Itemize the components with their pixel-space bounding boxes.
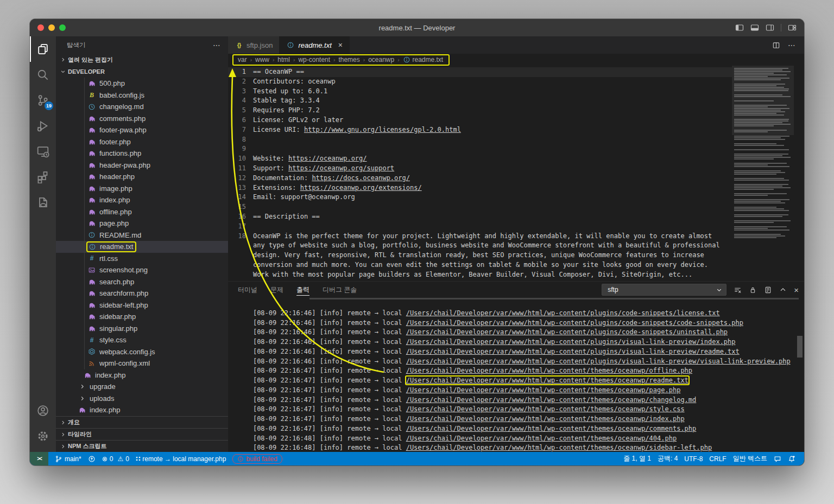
explorer-icon[interactable]: [30, 36, 56, 62]
breadcrumb-segment[interactable]: html: [277, 56, 290, 63]
file-tree-item[interactable]: comments.php: [56, 113, 228, 125]
panel-horizontal-scrollbar[interactable]: [309, 298, 799, 299]
file-tree-item[interactable]: page.php: [56, 218, 228, 229]
source-control-icon[interactable]: 19: [30, 87, 56, 113]
file-tree-item[interactable]: webpack.config.js: [56, 346, 228, 358]
zoom-window-button[interactable]: [59, 24, 66, 31]
file-tree-item[interactable]: searchform.php: [56, 288, 228, 299]
maximize-panel-icon[interactable]: [779, 286, 787, 294]
log-file-link[interactable]: /Users/chail/Developer/var/www/html/wp-c…: [406, 348, 740, 355]
log-file-link[interactable]: /Users/chail/Developer/var/www/html/wp-c…: [406, 396, 697, 404]
sftp-sync-status[interactable]: ∷ remote → local manager.php: [132, 455, 229, 463]
log-file-link[interactable]: /Users/chail/Developer/var/www/html/wp-c…: [406, 405, 685, 413]
file-tree-item[interactable]: footer-pwa.php: [56, 124, 228, 136]
panel-tab-디버그 콘솔[interactable]: 디버그 콘솔: [323, 282, 357, 298]
toggle-sidebar-icon[interactable]: [735, 23, 744, 32]
sftp-sync-icon[interactable]: [30, 189, 56, 215]
open-output-in-editor-icon[interactable]: [764, 286, 772, 294]
feedback-icon[interactable]: [770, 455, 785, 463]
log-file-link[interactable]: /Users/chail/Developer/var/www/html/wp-c…: [406, 386, 681, 394]
log-file-link[interactable]: /Users/chail/Developer/var/www/html/wp-c…: [406, 425, 697, 432]
file-tree-item[interactable]: offline.php: [56, 206, 228, 218]
customize-layout-icon[interactable]: [788, 23, 797, 32]
minimap[interactable]: [732, 66, 794, 281]
file-tree-item[interactable]: readme.txt: [56, 241, 228, 253]
run-debug-icon[interactable]: [30, 113, 56, 138]
file-tree-item[interactable]: search.php: [56, 276, 228, 288]
remote-explorer-icon[interactable]: [30, 138, 56, 164]
build-failed-status[interactable]: build failed: [232, 454, 282, 464]
file-tree-item[interactable]: wpml-config.xml: [56, 358, 228, 369]
minimize-window-button[interactable]: [48, 24, 55, 31]
sidebar-section-타임라인[interactable]: 타임라인: [56, 428, 228, 440]
file-tree-item[interactable]: sidebar-left.php: [56, 299, 228, 311]
open-editors-section[interactable]: 열려 있는 편집기: [56, 54, 228, 66]
workspace-root-section[interactable]: DEVELOPER: [56, 66, 228, 78]
file-tree-item[interactable]: uploads: [56, 393, 228, 405]
notifications-bell-icon[interactable]: [785, 455, 799, 463]
file-tree-item[interactable]: index.php: [56, 194, 228, 206]
file-tree-item[interactable]: image.php: [56, 183, 228, 195]
editor-more-actions-icon[interactable]: ⋯: [788, 41, 795, 49]
url-link[interactable]: https://docs.oceanwp.org/: [312, 174, 410, 182]
log-file-link[interactable]: /Users/chail/Developer/var/www/html/wp-c…: [406, 358, 791, 365]
eol-status[interactable]: CRLF: [706, 455, 729, 463]
panel-tab-문제[interactable]: 문제: [270, 282, 283, 298]
log-file-link[interactable]: /Users/chail/Developer/var/www/html/wp-c…: [406, 415, 685, 423]
log-file-link[interactable]: /Users/chail/Developer/var/www/html/wp-c…: [406, 367, 692, 374]
search-icon[interactable]: [30, 62, 56, 87]
problems-status[interactable]: ⊗ 0 ⚠ 0: [99, 455, 132, 463]
settings-icon[interactable]: [30, 423, 56, 449]
url-link[interactable]: https://oceanwp.org/support: [288, 164, 394, 172]
sync-changes-button[interactable]: [85, 455, 99, 463]
file-tree-item[interactable]: header-pwa.php: [56, 160, 228, 171]
language-mode-status[interactable]: 일반 텍스트: [730, 454, 770, 463]
clear-output-icon[interactable]: [734, 286, 742, 294]
panel-vertical-scrollbar[interactable]: [797, 336, 803, 358]
close-panel-icon[interactable]: ×: [794, 285, 799, 295]
split-editor-icon[interactable]: [772, 41, 780, 49]
file-tree-item[interactable]: 500.php: [56, 78, 228, 90]
log-file-link[interactable]: /Users/chail/Developer/var/www/html/wp-c…: [406, 319, 743, 327]
breadcrumb-segment[interactable]: oceanwp: [368, 56, 394, 63]
file-tree-item[interactable]: functions.php: [56, 148, 228, 160]
breadcrumb-segment[interactable]: www: [255, 56, 269, 63]
url-link[interactable]: https://oceanwp.org/extensions/: [300, 184, 422, 192]
extensions-icon[interactable]: [30, 164, 56, 189]
log-file-link[interactable]: /Users/chail/Developer/var/www/html/wp-c…: [406, 377, 688, 384]
file-tree-item[interactable]: #style.css: [56, 334, 228, 346]
toggle-panel-icon[interactable]: [750, 23, 759, 32]
close-window-button[interactable]: [37, 24, 44, 31]
url-link[interactable]: http://www.gnu.org/licenses/gpl-2.0.html: [304, 126, 461, 133]
file-tree-item[interactable]: sidebar.php: [56, 311, 228, 323]
log-file-link[interactable]: /Users/chail/Developer/var/www/html/wp-c…: [406, 338, 736, 346]
editor-pane[interactable]: 1 == OceanWP == 2 Contributors: oceanwp …: [228, 66, 804, 281]
file-tree-item[interactable]: footer.php: [56, 136, 228, 148]
breadcrumb-segment[interactable]: themes: [338, 56, 359, 63]
toggle-secondary-sidebar-icon[interactable]: [766, 23, 774, 32]
log-file-link[interactable]: /Users/chail/Developer/var/www/html/wp-c…: [406, 309, 720, 317]
file-tree-item[interactable]: header.php: [56, 171, 228, 183]
cursor-position-status[interactable]: 줄 1, 열 1: [620, 454, 654, 463]
log-file-link[interactable]: /Users/chail/Developer/var/www/html/wp-c…: [406, 444, 712, 451]
sidebar-section-개요[interactable]: 개요: [56, 416, 228, 428]
panel-tab-터미널[interactable]: 터미널: [238, 282, 257, 298]
breadcrumb-segment[interactable]: var: [238, 56, 247, 63]
file-tree-item[interactable]: #rtl.css: [56, 253, 228, 265]
url-link[interactable]: https://oceanwp.org/: [288, 155, 367, 162]
lock-scroll-icon[interactable]: [749, 286, 757, 294]
panel-tab-출력[interactable]: 출력: [296, 282, 309, 298]
sidebar-section-NPM 스크립트[interactable]: NPM 스크립트: [56, 440, 228, 452]
account-icon[interactable]: [30, 398, 56, 423]
file-tree-item[interactable]: README.md: [56, 229, 228, 241]
log-file-link[interactable]: /Users/chail/Developer/var/www/html/wp-c…: [406, 435, 677, 442]
file-tree-item[interactable]: upgrade: [56, 381, 228, 393]
explorer-more-actions-icon[interactable]: ⋯: [213, 41, 220, 49]
file-tree-item[interactable]: Bbabel.config.js: [56, 90, 228, 101]
editor-tab[interactable]: readme.txt ×: [280, 36, 350, 54]
editor-tab[interactable]: {} sftp.json: [228, 36, 280, 54]
breadcrumb-file[interactable]: readme.txt: [403, 56, 444, 63]
file-tree-item[interactable]: screenshot.png: [56, 264, 228, 276]
file-tree-item[interactable]: changelog.md: [56, 101, 228, 113]
log-file-link[interactable]: /Users/chail/Developer/var/www/html/wp-c…: [406, 328, 728, 336]
